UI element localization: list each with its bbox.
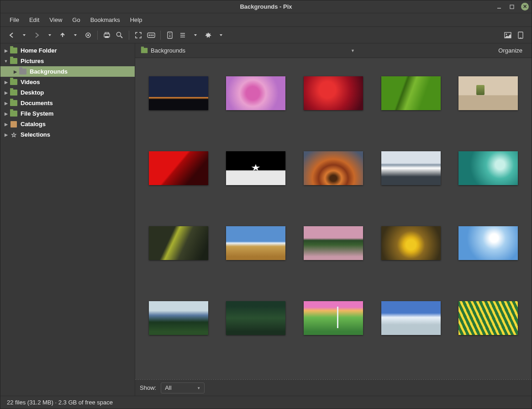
expand-icon[interactable]: ▶: [11, 69, 19, 74]
menu-view[interactable]: View: [45, 15, 67, 25]
tree-item-pictures[interactable]: ▼ Pictures: [0, 56, 135, 66]
fullscreen-button[interactable]: [132, 29, 145, 42]
svg-point-7: [117, 32, 121, 36]
tree-item-videos[interactable]: ▶ Videos: [0, 77, 135, 87]
menu-bookmarks[interactable]: Bookmarks: [86, 15, 125, 25]
expand-icon[interactable]: ▶: [2, 48, 10, 53]
thumbnail-item[interactable]: [381, 301, 441, 335]
expand-icon[interactable]: ▶: [2, 112, 10, 116]
menu-edit[interactable]: Edit: [25, 15, 44, 25]
folder-icon: [141, 48, 147, 53]
folder-tree-sidebar[interactable]: ▶ Home Folder ▼ Pictures ▶ Backgrounds ▶…: [0, 43, 135, 396]
organize-button[interactable]: Organize: [495, 45, 526, 56]
svg-rect-6: [105, 36, 109, 38]
menu-bar: File Edit View Go Bookmarks Help: [0, 13, 532, 27]
tree-item-selections[interactable]: ▶ Selections: [0, 129, 135, 140]
thumbnail-item[interactable]: [381, 151, 441, 185]
tree-label: Home Folder: [21, 47, 57, 54]
tree-label: Pictures: [21, 58, 44, 64]
videos-folder-icon: [10, 79, 18, 86]
expand-icon[interactable]: ▶: [2, 80, 10, 85]
back-history-dropdown[interactable]: [18, 29, 31, 42]
filter-label: Show:: [140, 384, 156, 391]
forward-button[interactable]: [31, 29, 43, 42]
tree-item-documents[interactable]: ▶ Documents: [0, 98, 135, 108]
thumbnail-item[interactable]: [458, 226, 518, 260]
menu-go[interactable]: Go: [68, 15, 84, 25]
thumbnail-item[interactable]: [381, 76, 441, 110]
back-button[interactable]: [5, 29, 18, 42]
thumbnail-item[interactable]: [226, 76, 285, 110]
current-folder[interactable]: Backgrounds: [141, 47, 185, 54]
image-mode-button[interactable]: [501, 29, 514, 42]
location-dropdown[interactable]: ▼: [345, 47, 360, 55]
thumbnail-item[interactable]: [304, 76, 363, 110]
thumbnail-item[interactable]: [226, 151, 285, 185]
slideshow-button[interactable]: [145, 29, 158, 42]
thumbnail-item[interactable]: [149, 301, 208, 335]
thumbnail-item[interactable]: [304, 151, 363, 185]
minimize-button[interactable]: [495, 3, 503, 11]
tree-item-filesystem[interactable]: ▶ File System: [0, 108, 135, 119]
thumbnail-item[interactable]: [226, 301, 285, 335]
tree-label: File System: [21, 110, 53, 117]
location-bar: Backgrounds ▼ Organize: [135, 43, 532, 58]
thumbnail-item[interactable]: [458, 151, 518, 185]
expand-icon[interactable]: ▶: [2, 122, 10, 127]
tools-dropdown[interactable]: [215, 29, 227, 42]
documents-folder-icon: [10, 100, 18, 107]
thumbnail-item[interactable]: [149, 76, 208, 110]
tree-label: Selections: [21, 131, 50, 138]
thumbnail-item[interactable]: [458, 76, 518, 110]
up-button[interactable]: [56, 29, 69, 42]
app-window: Backgrounds - Pix ✕ File Edit View Go Bo…: [0, 0, 532, 409]
edit-mode-button[interactable]: [514, 29, 527, 42]
maximize-button[interactable]: [508, 3, 516, 11]
filter-select[interactable]: All: [161, 382, 205, 393]
search-button[interactable]: [113, 29, 126, 42]
menu-help[interactable]: Help: [126, 15, 147, 25]
properties-button[interactable]: [163, 29, 176, 42]
expand-icon[interactable]: ▶: [2, 133, 10, 137]
expand-icon[interactable]: ▶: [2, 101, 10, 106]
stop-reload-button[interactable]: [82, 29, 95, 42]
view-mode-dropdown[interactable]: [189, 29, 202, 42]
thumbnail-item[interactable]: [304, 226, 363, 260]
expand-icon[interactable]: ▶: [2, 90, 10, 95]
thumbnail-item[interactable]: [226, 226, 285, 260]
title-bar: Backgrounds - Pix ✕: [0, 0, 532, 13]
forward-history-dropdown[interactable]: [43, 29, 56, 42]
tree-item-desktop[interactable]: ▶ Desktop: [0, 87, 135, 98]
window-controls: ✕: [495, 3, 529, 11]
print-button[interactable]: [100, 29, 113, 42]
thumbnail-item[interactable]: [381, 226, 441, 260]
filter-value: All: [165, 384, 171, 391]
thumbnail-item[interactable]: [304, 301, 363, 335]
tree-label: Backgrounds: [30, 68, 68, 75]
tools-button[interactable]: [202, 29, 215, 42]
thumbnail-item[interactable]: [458, 301, 518, 335]
svg-rect-1: [510, 5, 514, 9]
svg-line-8: [121, 36, 122, 38]
filesystem-folder-icon: [10, 110, 18, 117]
collapse-icon[interactable]: ▼: [2, 59, 10, 64]
thumbnail-item[interactable]: [149, 226, 208, 260]
up-history-dropdown[interactable]: [69, 29, 82, 42]
tree-item-backgrounds[interactable]: ▶ Backgrounds: [0, 66, 135, 77]
tree-item-home[interactable]: ▶ Home Folder: [0, 45, 135, 56]
close-button[interactable]: ✕: [521, 3, 529, 11]
svg-rect-5: [105, 32, 109, 34]
svg-point-12: [153, 34, 154, 36]
thumbnail-item[interactable]: [149, 151, 208, 185]
desktop-folder-icon: [10, 89, 18, 96]
view-mode-button[interactable]: [176, 29, 189, 42]
svg-point-10: [149, 34, 150, 36]
thumbnail-grid-area[interactable]: [135, 58, 532, 379]
tree-label: Catalogs: [21, 121, 46, 127]
toolbar-separator: [97, 31, 98, 40]
tree-item-catalogs[interactable]: ▶ Catalogs: [0, 119, 135, 129]
folder-icon: [19, 68, 27, 75]
svg-point-3: [87, 34, 89, 36]
menu-file[interactable]: File: [5, 15, 24, 25]
tree-label: Documents: [21, 100, 53, 106]
